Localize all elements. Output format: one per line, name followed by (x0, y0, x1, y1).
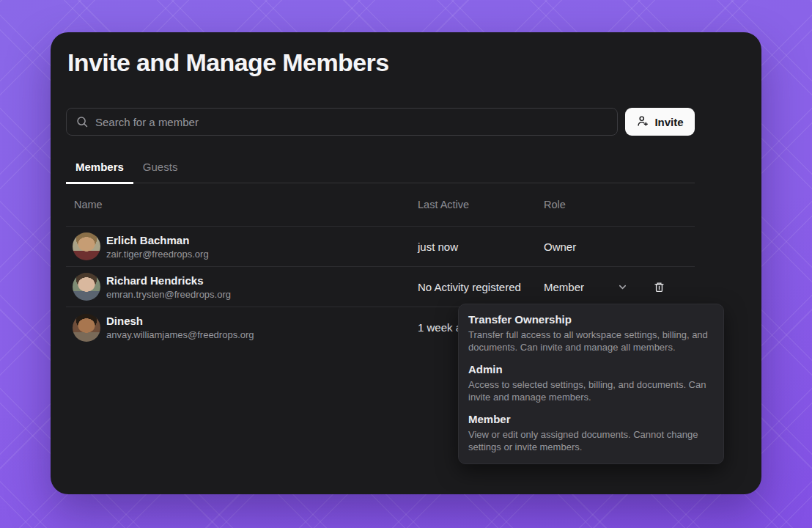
table-header-row: Name Last Active Role (66, 183, 695, 227)
delete-member-trash-icon[interactable] (652, 279, 667, 295)
member-email: zair.tiger@freedrops.org (106, 249, 209, 260)
avatar (73, 232, 100, 260)
avatar (73, 314, 100, 342)
tab-bar: Members Guests (66, 152, 695, 183)
last-active-cell: No Activity registered (418, 281, 544, 293)
tab-members-label: Members (75, 161, 124, 173)
name-cell: Richard Hendricks emran.trysten@freedrop… (73, 273, 418, 301)
invite-button-label: Invite (654, 116, 683, 128)
column-header-name: Name (74, 199, 418, 210)
member-name: Dinesh (106, 315, 254, 327)
role-chevron-down-icon[interactable] (616, 280, 630, 294)
toolbar: Invite (66, 108, 695, 136)
member-name: Richard Hendricks (106, 274, 231, 287)
role-option-label: Admin (468, 363, 714, 375)
name-cell: Dinesh anvay.williamjames@freedrops.org (73, 314, 418, 342)
column-header-role: Role (544, 199, 695, 210)
table-row: Erlich Bachman zair.tiger@freedrops.org … (66, 227, 695, 267)
role-option[interactable]: Member View or edit only assigned docume… (468, 413, 714, 453)
members-panel: Invite and Manage Members Invite Memb (51, 32, 761, 494)
role-option-label: Transfer Ownership (468, 313, 714, 326)
role-dropdown-menu: Transfer Ownership Transfer full access … (458, 304, 724, 464)
role-option-description: View or edit only assigned documents. Ca… (468, 429, 714, 453)
name-cell: Erlich Bachman zair.tiger@freedrops.org (73, 232, 418, 260)
role-option[interactable]: Transfer Ownership Transfer full access … (468, 313, 714, 353)
person-add-icon (636, 114, 649, 130)
invite-button[interactable]: Invite (625, 108, 695, 136)
tab-members[interactable]: Members (66, 152, 133, 184)
role-cell: Owner (544, 241, 695, 253)
search-input-container[interactable] (66, 108, 618, 136)
role-option-label: Member (468, 413, 714, 425)
search-icon (75, 115, 89, 128)
avatar (73, 273, 100, 301)
role-option-description: Transfer full access to all workspace se… (468, 329, 714, 353)
page-title: Invite and Manage Members (67, 48, 388, 77)
column-header-last-active: Last Active (418, 199, 544, 210)
row-controls (616, 267, 667, 307)
table-row: Richard Hendricks emran.trysten@freedrop… (66, 267, 695, 307)
last-active-cell: just now (418, 241, 544, 253)
search-input[interactable] (95, 116, 608, 128)
member-email: anvay.williamjames@freedrops.org (106, 329, 254, 340)
role-option-description: Access to selected settings, billing, an… (468, 379, 714, 403)
tab-guests-label: Guests (143, 161, 178, 173)
tab-guests[interactable]: Guests (133, 152, 188, 184)
member-name: Erlich Bachman (106, 234, 209, 246)
member-email: emran.trysten@freedrops.org (106, 289, 231, 300)
role-option[interactable]: Admin Access to selected settings, billi… (468, 363, 714, 403)
